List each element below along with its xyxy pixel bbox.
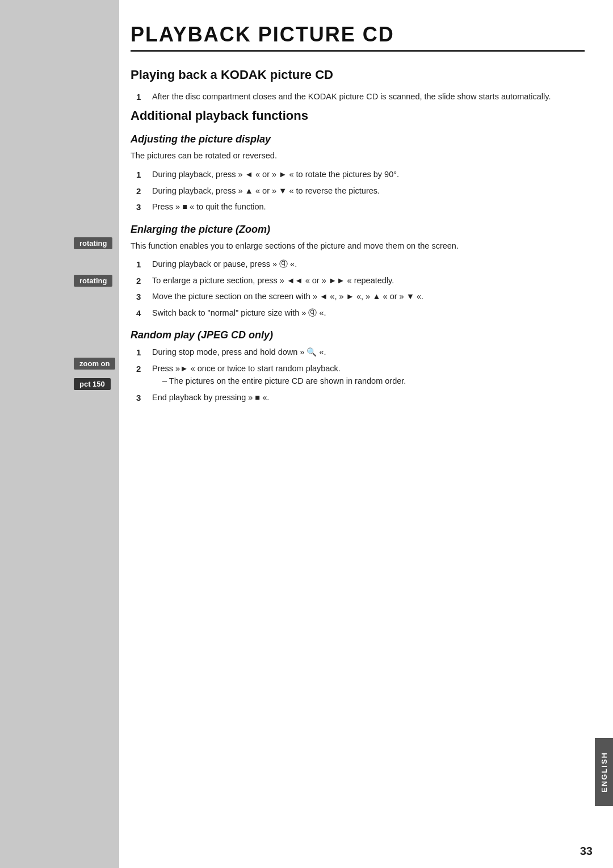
- subsection3-steps: 1 During stop mode, press and hold down …: [136, 346, 585, 404]
- step-text: During playback or pause, press » ⓠ «.: [152, 259, 297, 269]
- step-number: 2: [136, 274, 141, 287]
- step-number: 2: [136, 184, 141, 198]
- list-item: 1 After the disc compartment closes and …: [136, 90, 585, 103]
- language-label: ENGLISH: [600, 752, 608, 792]
- section2-heading: Additional playback functions: [131, 108, 585, 123]
- list-item: 3 End playback by pressing » ■ «.: [136, 391, 585, 404]
- step-number: 1: [136, 168, 141, 181]
- subsection1-heading: Adjusting the picture display: [131, 133, 585, 145]
- list-item: 4 Switch back to "normal" picture size w…: [136, 307, 585, 319]
- step-text: To enlarge a picture section, press » ◄◄…: [152, 276, 394, 285]
- list-item: 2 To enlarge a picture section, press » …: [136, 274, 585, 287]
- section1-steps: 1 After the disc compartment closes and …: [136, 90, 585, 103]
- step-text: During playback, press » ◄ « or » ► « to…: [152, 170, 399, 179]
- step-text: After the disc compartment closes and th…: [152, 92, 551, 101]
- badge-zoom-on: zoom on: [74, 358, 115, 370]
- sub-step-text: – The pictures on the entire picture CD …: [152, 376, 406, 385]
- step-number: 1: [136, 258, 141, 271]
- page-number: 33: [580, 845, 593, 858]
- list-item: 1 During stop mode, press and hold down …: [136, 346, 585, 358]
- list-item: 1 During playback, press » ◄ « or » ► « …: [136, 168, 585, 181]
- subsection1-steps: 1 During playback, press » ◄ « or » ► « …: [136, 168, 585, 213]
- step-number: 3: [136, 200, 141, 213]
- list-item: 3 Move the picture section on the screen…: [136, 290, 585, 303]
- step-text: Move the picture section on the screen w…: [152, 292, 423, 301]
- subsection1-body: The pictures can be rotated or reversed.: [131, 150, 585, 162]
- badge-rotating-2: rotating: [74, 275, 112, 287]
- step-text: Press » ■ « to quit the function.: [152, 202, 266, 211]
- step-number: 1: [136, 90, 141, 103]
- main-content: PLAYBACK PICTURE CD Playing back a KODAK…: [131, 23, 585, 845]
- badge-rotating-1: rotating: [74, 237, 112, 249]
- subsection2-body: This function enables you to enlarge sec…: [131, 240, 585, 253]
- list-item: 3 Press » ■ « to quit the function.: [136, 200, 585, 213]
- subsection2-heading: Enlarging the picture (Zoom): [131, 224, 585, 236]
- section1-heading: Playing back a KODAK picture CD: [131, 68, 585, 82]
- step-text: End playback by pressing » ■ «.: [152, 393, 269, 402]
- step-text: Switch back to "normal" picture size wit…: [152, 308, 326, 317]
- step-text: During playback, press » ▲ « or » ▼ « to…: [152, 186, 380, 195]
- step-number: 1: [136, 346, 141, 359]
- badge-pct: pct 150: [74, 378, 111, 390]
- list-item: 2 During playback, press » ▲ « or » ▼ « …: [136, 184, 585, 197]
- page-title: PLAYBACK PICTURE CD: [131, 23, 585, 52]
- step-number: 3: [136, 290, 141, 303]
- list-item: 1 During playback or pause, press » ⓠ «.: [136, 258, 585, 270]
- list-item: 2 Press »► « once or twice to start rand…: [136, 362, 585, 388]
- subsection2-steps: 1 During playback or pause, press » ⓠ «.…: [136, 258, 585, 319]
- step-text: Press »► « once or twice to start random…: [152, 364, 406, 385]
- step-number: 2: [136, 362, 141, 375]
- subsection3-heading: Random play (JPEG CD only): [131, 329, 585, 341]
- step-number: 4: [136, 307, 141, 320]
- step-text: During stop mode, press and hold down » …: [152, 347, 326, 357]
- step-number: 3: [136, 391, 141, 404]
- language-tab: ENGLISH: [595, 738, 613, 806]
- sidebar: [0, 0, 119, 868]
